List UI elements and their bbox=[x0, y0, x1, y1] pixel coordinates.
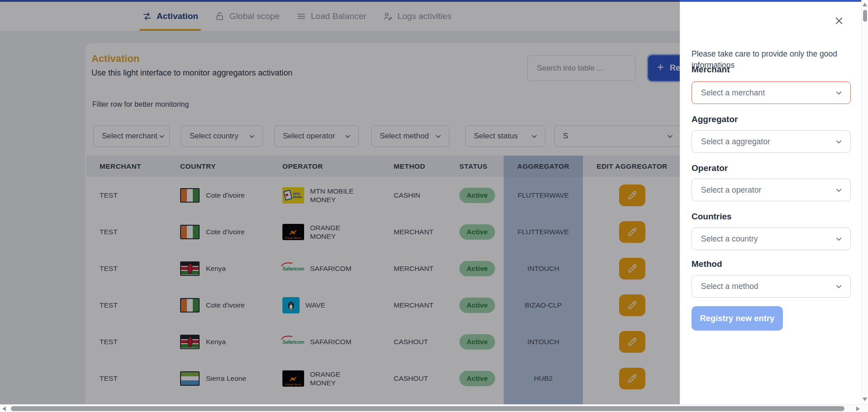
drawer-backdrop[interactable] bbox=[0, 0, 680, 404]
select-placeholder: Select a method bbox=[701, 282, 758, 291]
select-placeholder: Select a operator bbox=[701, 185, 761, 195]
method-select[interactable]: Select a method bbox=[692, 275, 851, 298]
close-icon bbox=[834, 21, 844, 28]
aggregator-select[interactable]: Select a aggregator bbox=[692, 130, 851, 153]
vertical-scrollbar-thumb[interactable] bbox=[863, 10, 867, 22]
field-label-operator: Operator bbox=[692, 163, 728, 173]
chevron-down-icon bbox=[834, 88, 844, 98]
close-button[interactable] bbox=[833, 15, 845, 27]
field-label-countries: Countries bbox=[692, 212, 732, 222]
chevron-down-icon bbox=[834, 234, 844, 244]
merchant-select[interactable]: Select a merchant bbox=[692, 81, 851, 104]
scroll-right-arrow-icon[interactable] bbox=[856, 407, 860, 411]
horizontal-scrollbar[interactable] bbox=[0, 404, 868, 412]
field-label-aggregator: Aggregator bbox=[692, 114, 738, 124]
scroll-up-arrow-icon[interactable] bbox=[863, 3, 867, 6]
scroll-down-arrow-icon[interactable] bbox=[863, 398, 867, 401]
chevron-down-icon bbox=[834, 137, 844, 147]
vertical-scrollbar[interactable] bbox=[861, 0, 868, 404]
select-placeholder: Select a country bbox=[701, 234, 758, 244]
operator-select[interactable]: Select a operator bbox=[692, 179, 851, 201]
field-label-merchant: Merchant bbox=[692, 65, 730, 75]
select-placeholder: Select a merchant bbox=[701, 88, 765, 98]
registry-submit-button[interactable]: Registry new entry bbox=[692, 306, 783, 331]
select-placeholder: Select a aggregator bbox=[701, 137, 770, 147]
new-entry-drawer: Please take care to provide only the goo… bbox=[680, 0, 861, 404]
scroll-left-arrow-icon[interactable] bbox=[2, 407, 6, 411]
countries-select[interactable]: Select a country bbox=[692, 227, 851, 250]
app-viewport: ActivationGlobal scopeLoad BalancerLogs … bbox=[0, 0, 868, 412]
chevron-down-icon bbox=[834, 282, 844, 291]
field-label-method: Method bbox=[692, 259, 722, 269]
horizontal-scrollbar-thumb[interactable] bbox=[11, 406, 844, 411]
chevron-down-icon bbox=[834, 185, 844, 195]
